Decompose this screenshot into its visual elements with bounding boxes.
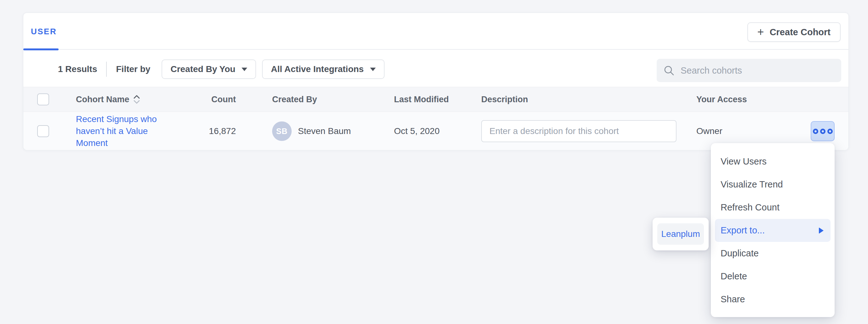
integrations-dropdown[interactable]: All Active Integrations: [262, 60, 384, 79]
last-modified-date: Oct 5, 2020: [394, 126, 440, 136]
create-cohort-label: Create Cohort: [770, 27, 831, 37]
menu-item-share[interactable]: Share: [711, 288, 835, 311]
table-header-row: Cohort Name Count Created By Last Modifi…: [23, 87, 848, 112]
sort-icon[interactable]: [133, 94, 140, 104]
menu-item-view-users[interactable]: View Users: [711, 150, 835, 173]
tab-user-label: USER: [31, 27, 57, 36]
column-header-cohort-name[interactable]: Cohort Name: [76, 95, 129, 104]
filter-bar: 1 Results Filter by Created By You All A…: [23, 50, 848, 88]
results-count: 1 Results: [58, 64, 97, 74]
created-by-dropdown-value: Created By You: [170, 64, 235, 74]
column-header-your-access: Your Access: [696, 95, 747, 104]
ellipsis-icon: [813, 129, 818, 134]
create-cohort-button[interactable]: + Create Cohort: [747, 22, 841, 42]
search-icon: [663, 65, 674, 76]
access-value: Owner: [696, 126, 722, 136]
menu-item-delete[interactable]: Delete: [711, 265, 835, 288]
export-submenu: Leanplum: [653, 218, 709, 250]
integrations-dropdown-value: All Active Integrations: [271, 64, 364, 74]
tab-bar: USER + Create Cohort: [23, 13, 848, 50]
ellipsis-icon: [820, 129, 826, 134]
menu-item-export-to[interactable]: Export to...: [715, 219, 831, 242]
search-cohorts-input[interactable]: [681, 65, 834, 76]
description-input[interactable]: [481, 120, 677, 142]
ellipsis-icon: [827, 129, 833, 134]
search-cohorts-box[interactable]: [657, 59, 841, 82]
more-actions-button[interactable]: [811, 121, 835, 141]
column-header-created-by: Created By: [272, 95, 317, 104]
created-by-dropdown[interactable]: Created By You: [161, 60, 256, 79]
cohorts-panel: USER + Create Cohort 1 Results Filter by…: [23, 12, 849, 150]
creator-name: Steven Baum: [298, 126, 351, 136]
chevron-down-icon: [370, 68, 376, 71]
cohorts-page: USER + Create Cohort 1 Results Filter by…: [0, 0, 868, 324]
menu-item-duplicate[interactable]: Duplicate: [711, 242, 835, 265]
column-header-count: Count: [211, 95, 236, 104]
row-checkbox[interactable]: [37, 125, 49, 137]
column-header-last-modified: Last Modified: [394, 95, 449, 104]
submenu-arrow-icon: [819, 227, 824, 234]
select-all-checkbox[interactable]: [37, 94, 49, 105]
tab-user[interactable]: USER: [23, 13, 59, 50]
divider: [106, 62, 107, 77]
submenu-item-leanplum[interactable]: Leanplum: [657, 223, 704, 245]
plus-icon: +: [757, 27, 764, 38]
menu-item-export-to-label: Export to...: [721, 225, 765, 236]
cohort-count: 16,872: [209, 126, 236, 136]
column-header-description: Description: [481, 95, 528, 104]
chevron-down-icon: [242, 68, 247, 71]
row-actions-menu: View Users Visualize Trend Refresh Count…: [711, 143, 835, 317]
cohort-name-link[interactable]: Recent Signups who haven’t hit a Value M…: [76, 113, 158, 149]
filter-by-label: Filter by: [116, 64, 151, 74]
menu-item-refresh-count[interactable]: Refresh Count: [711, 196, 835, 219]
avatar: SB: [272, 121, 292, 141]
menu-item-visualize-trend[interactable]: Visualize Trend: [711, 173, 835, 196]
